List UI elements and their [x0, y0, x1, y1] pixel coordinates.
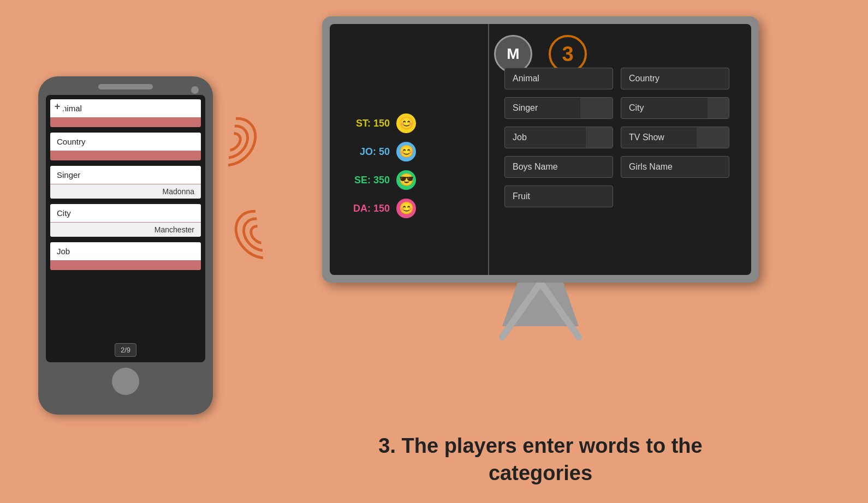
list-item[interactable]: City Manchester — [50, 204, 201, 237]
phone-speaker — [98, 84, 153, 89]
category-box-tvshow: TV Show — [621, 127, 729, 148]
category-value: Madonna — [50, 184, 201, 199]
phone-category-list: Animal Country Singer Madonna City Manch… — [46, 95, 205, 297]
category-value: Manchester — [50, 222, 201, 237]
arc-large-2 — [224, 200, 294, 269]
tv-monitor: M 3 ST: 150 😊 JO: 50 😊 SE: 350 😎 — [322, 16, 759, 343]
score-label-se: SE: 350 — [341, 175, 390, 186]
category-box-job: Job — [504, 127, 613, 148]
category-value — [50, 260, 201, 270]
page-indicator: 2/9 — [115, 343, 136, 357]
phone-device: + Animal Country Singer Madonna City Man… — [38, 76, 213, 415]
score-row: JO: 50 😊 — [341, 142, 474, 161]
emoji-da: 😊 — [396, 199, 416, 218]
list-item[interactable]: Animal — [50, 99, 201, 127]
category-box-city: City — [621, 97, 729, 119]
score-label-da: DA: 150 — [341, 203, 390, 214]
list-item[interactable]: Job — [50, 242, 201, 270]
category-value — [50, 117, 201, 127]
tv-divider — [488, 24, 489, 275]
svg-line-0 — [502, 283, 540, 337]
category-value — [50, 151, 201, 160]
score-row: ST: 150 😊 — [341, 113, 474, 133]
category-label: Country — [50, 133, 201, 151]
emoji-jo: 😊 — [396, 142, 416, 161]
category-box-country: Country — [621, 68, 729, 89]
category-label: Singer — [50, 166, 201, 184]
emoji-se: 😎 — [396, 170, 416, 190]
phone-camera — [191, 86, 199, 94]
category-box-boysname: Boys Name — [504, 156, 613, 178]
score-label-st: ST: 150 — [341, 118, 390, 129]
list-item[interactable]: Singer Madonna — [50, 166, 201, 199]
category-label: City — [50, 204, 201, 222]
tv-stand — [322, 283, 759, 343]
phone-screen: + Animal Country Singer Madonna City Man… — [46, 95, 205, 362]
add-category-button[interactable]: + — [50, 99, 64, 113]
phone-bottom — [46, 368, 205, 395]
category-box-fruit: Fruit — [504, 185, 613, 207]
bottom-text-line1: 3. The players enter words to the — [322, 433, 759, 459]
emoji-st: 😊 — [396, 113, 416, 133]
tv-categories-panel: Animal Country Singer City Job TV Show B… — [494, 57, 740, 218]
score-row: DA: 150 😊 — [341, 199, 474, 218]
tv-stand-legs — [491, 283, 590, 326]
category-label: Job — [50, 242, 201, 260]
tv-screen-frame: M 3 ST: 150 😊 JO: 50 😊 SE: 350 😎 — [322, 16, 759, 283]
category-box-girlsname: Girls Name — [621, 156, 729, 178]
category-box-animal: Animal — [504, 68, 613, 89]
wifi-arc-icon — [218, 109, 273, 175]
home-button[interactable] — [112, 368, 139, 395]
category-label: Animal — [50, 99, 201, 117]
bottom-text-block: 3. The players enter words to the catego… — [322, 433, 759, 487]
wifi-arc-icon-2 — [218, 202, 273, 267]
wifi-signal-bottom — [218, 202, 273, 267]
tv-screen: M 3 ST: 150 😊 JO: 50 😊 SE: 350 😎 — [330, 24, 751, 275]
score-row: SE: 350 😎 — [341, 170, 474, 190]
tv-stand-svg — [491, 283, 590, 343]
svg-line-1 — [540, 283, 579, 337]
score-label-jo: JO: 50 — [341, 146, 390, 158]
list-item[interactable]: Country — [50, 133, 201, 160]
tv-scores-panel: ST: 150 😊 JO: 50 😊 SE: 350 😎 DA: 150 😊 — [330, 24, 485, 275]
category-box-singer: Singer — [504, 97, 613, 119]
wifi-signal-top — [218, 109, 273, 175]
bottom-text-line2: categories — [322, 460, 759, 487]
